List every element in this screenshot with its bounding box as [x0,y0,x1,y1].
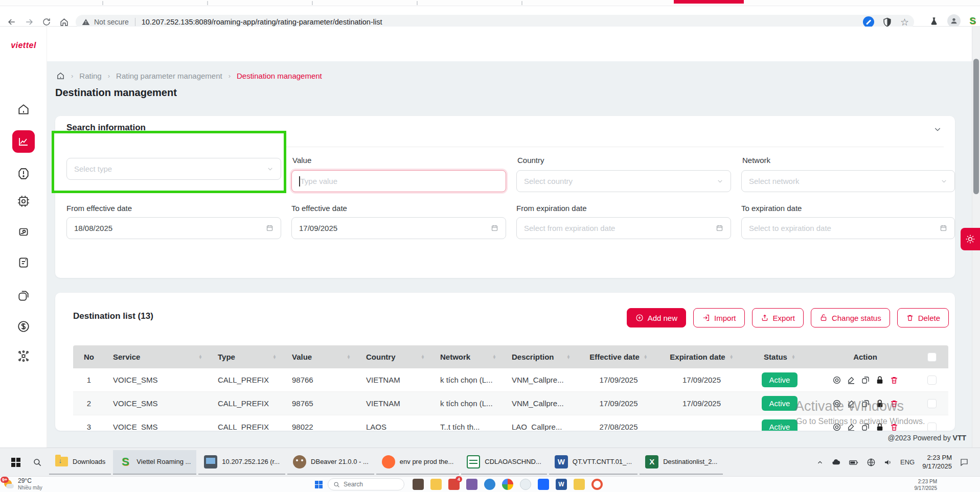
start-button[interactable] [5,450,27,475]
sort-icon[interactable]: ▲▼ [198,355,202,359]
taskbar-app-dbeaver[interactable]: DBeaver 21.0.0 - ... [287,450,374,475]
language-indicator[interactable]: ENG [900,458,915,466]
row-checkbox[interactable] [915,399,948,408]
from-expiration-date-input[interactable]: Select from expiration date [516,217,731,239]
sort-icon[interactable]: ▲▼ [644,355,648,359]
delete-button[interactable]: Delete [897,308,949,327]
change-status-button[interactable]: Change status [811,308,890,327]
chrome-icon[interactable] [502,479,513,490]
tray-expand-icon[interactable] [816,459,824,466]
file-explorer-icon[interactable] [430,479,442,490]
host-clock[interactable]: 2:23 PM 9/17/2025 [915,479,938,491]
shield-icon[interactable] [882,17,892,27]
export-button[interactable]: Export [752,308,804,327]
host-search-box[interactable]: Search [328,478,404,490]
notification-center-icon[interactable] [960,458,969,467]
browser-tab-strip[interactable] [0,0,980,6]
edge-icon[interactable] [484,479,495,490]
word-icon[interactable]: W [556,479,567,490]
network-select[interactable]: Select network [741,170,955,192]
taskbar-app-remote-desktop[interactable]: 10.207.252.126 (r... [198,450,285,475]
report-document-icon[interactable] [17,256,30,269]
sim-swap-icon[interactable] [17,225,30,239]
mail-icon[interactable]: 4 [448,479,460,490]
volume-icon[interactable] [883,458,893,467]
alert-icon[interactable] [17,167,30,180]
chevron-down-icon[interactable] [933,125,942,133]
to-expiration-date-input[interactable]: Select to expiration date [741,217,955,239]
extension-flask-icon[interactable] [929,16,939,26]
host-start-button[interactable] [315,481,323,488]
col-country[interactable]: Country▲▼ [358,353,432,361]
sort-icon[interactable]: ▲▼ [566,355,571,359]
to-effective-date-input[interactable]: 17/09/2025 [291,217,506,239]
taskbar-app-postman[interactable]: env pre prod the... [376,450,460,475]
cell-country: LAOS [358,423,432,431]
col-no[interactable]: No [73,353,105,361]
copy-icon[interactable] [861,376,870,385]
browser-ring-icon[interactable] [591,479,603,490]
col-type[interactable]: Type▲▼ [210,353,284,361]
photos-icon[interactable] [413,479,424,490]
select-all-checkbox[interactable] [915,353,948,362]
dbeaver-icon [293,455,306,468]
col-effective-date[interactable]: Effective date▲▼ [578,353,659,361]
col-service[interactable]: Service▲▼ [105,353,210,361]
table-row[interactable]: 1 VOICE_SMS CALL_PREFIX 98766 VIETNAM k … [73,368,948,392]
app-purple-icon[interactable] [466,479,477,490]
browser-profile-icon[interactable] [947,14,961,28]
delete-row-icon[interactable] [890,376,899,385]
sort-icon[interactable]: ▲▼ [421,355,425,359]
view-icon[interactable] [832,376,841,385]
lock-icon[interactable] [875,376,884,385]
scrollbar-thumb[interactable] [973,59,979,194]
zalo-icon[interactable] [538,479,549,490]
col-description[interactable]: Description▲▼ [504,353,578,361]
taskbar-app-excel[interactable]: X Destinationlist_2... [640,450,723,475]
sort-icon[interactable]: ▲▼ [272,355,277,359]
edit-icon[interactable] [847,376,856,385]
import-button[interactable]: Import [693,308,745,327]
extension-s-icon[interactable]: S [969,15,976,27]
cell-status: Active [744,372,815,387]
breadcrumb-item-rating-parameter[interactable]: Rating parameter management [116,72,222,80]
share-edit-icon[interactable] [863,16,874,28]
onedrive-cloud-icon[interactable] [831,457,841,467]
col-network[interactable]: Network▲▼ [432,353,504,361]
app-light-icon[interactable] [520,479,531,490]
sticky-notes-icon[interactable] [574,479,585,490]
copy-files-icon[interactable] [17,289,30,302]
taskbar-app-spreadsheet[interactable]: CDLAOASCHND... [461,450,547,475]
battery-icon[interactable] [849,457,859,467]
breadcrumb-item-rating[interactable]: Rating [79,72,101,80]
taskbar-app-viettel-roaming[interactable]: S Viettel Roaming ... [113,450,196,475]
col-value[interactable]: Value▲▼ [284,353,358,361]
value-input[interactable]: Type value [291,170,506,192]
add-new-button[interactable]: Add new [627,308,686,327]
sort-icon[interactable]: ▲▼ [730,355,734,359]
chip-settings-icon[interactable] [17,195,30,208]
sort-icon[interactable]: ▲▼ [347,355,351,359]
sort-icon[interactable]: ▲▼ [791,355,795,359]
row-checkbox[interactable] [915,376,948,385]
cell-type: CALL_PREFIX [210,399,284,408]
weather-widget[interactable]: 9+ 29°C Nhiều mây [3,478,42,490]
col-status[interactable]: Status▲▼ [744,353,815,361]
col-expiration-date[interactable]: Expiration date▲▼ [659,353,744,361]
taskbar-app-downloads[interactable]: Downloads [49,450,111,475]
breadcrumb-home-icon[interactable] [56,72,65,80]
country-select[interactable]: Select country [516,170,731,192]
sidebar-item-rating-active[interactable] [12,130,35,153]
type-select[interactable]: Select type [66,158,281,180]
network-nodes-icon[interactable] [17,349,30,363]
from-effective-date-input[interactable]: 18/08/2025 [66,217,281,239]
breadcrumb-item-destination[interactable]: Destination management [237,72,322,80]
network-globe-icon[interactable] [867,458,876,467]
taskbar-app-word[interactable]: W QT.VTT.CNTT.01_... [549,450,637,475]
theme-settings-gear-button[interactable] [961,228,980,250]
dollar-icon[interactable] [17,320,30,333]
taskbar-search-button[interactable] [27,450,48,475]
home-icon[interactable] [17,103,30,116]
sort-icon[interactable]: ▲▼ [492,355,496,359]
tray-clock[interactable]: 2:23 PM 9/17/2025 [922,454,952,471]
